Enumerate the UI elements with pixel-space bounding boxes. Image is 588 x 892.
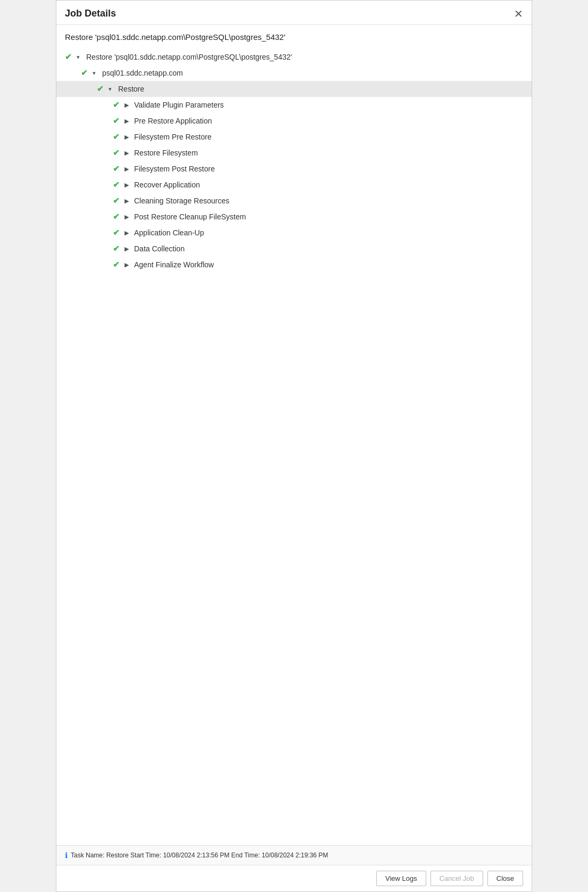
tree-item-label: Validate Plugin Parameters <box>134 101 224 109</box>
tree-item-host[interactable]: ✔ ▾ psql01.sddc.netapp.com <box>65 65 523 81</box>
check-icon: ✔ <box>113 196 125 206</box>
expand-arrow-icon[interactable]: ▶ <box>125 182 132 189</box>
job-details-dialog: Job Details ✕ Restore 'psql01.sddc.netap… <box>56 0 532 892</box>
expand-arrow-icon[interactable]: ▶ <box>125 134 132 141</box>
check-icon: ✔ <box>113 132 125 142</box>
expand-arrow-icon[interactable]: ▶ <box>125 102 132 109</box>
expand-arrow-icon[interactable]: ▶ <box>125 261 132 268</box>
expand-arrow-icon[interactable]: ▶ <box>125 230 132 236</box>
tree-item-label: Restore 'psql01.sddc.netapp.com\PostgreS… <box>86 53 292 61</box>
expand-arrow-icon[interactable]: ▶ <box>125 214 132 220</box>
dialog-body: Restore 'psql01.sddc.netapp.com\PostgreS… <box>56 25 532 845</box>
tree-item-label: Pre Restore Application <box>134 117 212 125</box>
tree-item-restore[interactable]: ✔ ▾ Restore <box>56 81 532 97</box>
tree-item-data-collection[interactable]: ✔ ▶ Data Collection <box>65 241 523 257</box>
check-icon: ✔ <box>113 228 125 238</box>
view-logs-button[interactable]: View Logs <box>376 871 426 886</box>
tree-item-label: Post Restore Cleanup FileSystem <box>134 212 246 221</box>
check-icon: ✔ <box>113 212 125 222</box>
expand-arrow-icon[interactable]: ▾ <box>93 70 100 77</box>
expand-arrow-icon[interactable]: ▶ <box>125 150 132 157</box>
expand-arrow-icon[interactable]: ▾ <box>109 86 116 93</box>
expand-arrow-icon[interactable]: ▶ <box>125 118 132 125</box>
expand-arrow-icon[interactable]: ▾ <box>77 54 84 61</box>
info-icon: ℹ <box>65 851 68 860</box>
tree-item-label: Data Collection <box>134 244 185 253</box>
footer-buttons: View Logs Cancel Job Close <box>56 865 532 891</box>
tree-item-post-restore-cleanup[interactable]: ✔ ▶ Post Restore Cleanup FileSystem <box>65 209 523 225</box>
expand-arrow-icon[interactable]: ▶ <box>125 245 132 252</box>
tree-item-label: Filesystem Post Restore <box>134 165 215 173</box>
close-button[interactable]: Close <box>487 871 523 886</box>
check-icon: ✔ <box>113 116 125 126</box>
check-icon: ✔ <box>113 148 125 158</box>
tree-item-label: Restore Filesystem <box>134 149 198 157</box>
check-icon: ✔ <box>113 164 125 174</box>
tree-item-pre-restore-app[interactable]: ✔ ▶ Pre Restore Application <box>65 113 523 129</box>
tree-item-label: Filesystem Pre Restore <box>134 133 211 141</box>
job-title: Restore 'psql01.sddc.netapp.com\PostgreS… <box>65 32 523 42</box>
check-icon: ✔ <box>113 260 125 269</box>
tree-item-root[interactable]: ✔ ▾ Restore 'psql01.sddc.netapp.com\Post… <box>65 49 523 65</box>
tree-item-label: Cleaning Storage Resources <box>134 197 229 205</box>
close-icon-button[interactable]: ✕ <box>514 9 523 19</box>
tree-item-restore-filesystem[interactable]: ✔ ▶ Restore Filesystem <box>65 145 523 161</box>
expand-arrow-icon[interactable]: ▶ <box>125 166 132 173</box>
check-icon: ✔ <box>65 52 77 62</box>
footer-info-text: Task Name: Restore Start Time: 10/08/202… <box>71 852 328 859</box>
cancel-job-button[interactable]: Cancel Job <box>430 871 483 886</box>
check-icon: ✔ <box>113 244 125 253</box>
job-tree: ✔ ▾ Restore 'psql01.sddc.netapp.com\Post… <box>65 49 523 273</box>
tree-item-label: Restore <box>118 85 144 93</box>
tree-item-label: Agent Finalize Workflow <box>134 260 214 269</box>
tree-item-recover-application[interactable]: ✔ ▶ Recover Application <box>65 177 523 193</box>
expand-arrow-icon[interactable]: ▶ <box>125 198 132 204</box>
tree-item-validate-plugin[interactable]: ✔ ▶ Validate Plugin Parameters <box>65 97 523 113</box>
tree-item-app-cleanup[interactable]: ✔ ▶ Application Clean-Up <box>65 225 523 241</box>
tree-item-filesystem-pre-restore[interactable]: ✔ ▶ Filesystem Pre Restore <box>65 129 523 145</box>
check-icon: ✔ <box>81 68 93 78</box>
footer-info: ℹ Task Name: Restore Start Time: 10/08/2… <box>56 845 532 865</box>
tree-item-label: psql01.sddc.netapp.com <box>102 69 183 77</box>
check-icon: ✔ <box>113 100 125 110</box>
tree-item-label: Recover Application <box>134 181 200 189</box>
dialog-title: Job Details <box>65 8 116 19</box>
tree-item-agent-finalize[interactable]: ✔ ▶ Agent Finalize Workflow <box>65 257 523 273</box>
tree-item-label: Application Clean-Up <box>134 228 204 237</box>
tree-item-filesystem-post-restore[interactable]: ✔ ▶ Filesystem Post Restore <box>65 161 523 177</box>
check-icon: ✔ <box>97 84 109 94</box>
check-icon: ✔ <box>113 180 125 190</box>
dialog-header: Job Details ✕ <box>56 1 532 25</box>
tree-item-cleaning-storage[interactable]: ✔ ▶ Cleaning Storage Resources <box>65 193 523 209</box>
